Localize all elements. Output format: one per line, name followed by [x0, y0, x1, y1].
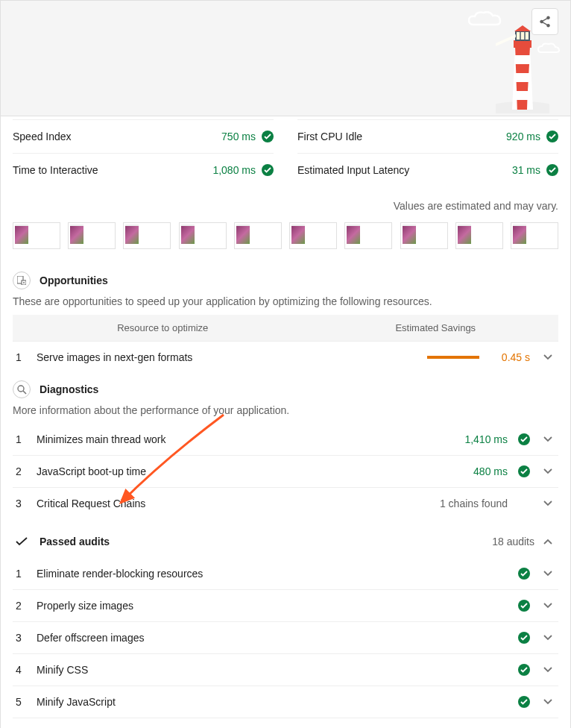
- passed-audit-item[interactable]: 6Defer unused CSSPotential savings of 4 …: [13, 718, 558, 728]
- chevron-down-icon[interactable]: [540, 662, 555, 677]
- svg-line-17: [23, 391, 26, 394]
- audit-label: Critical Request Chains: [37, 498, 429, 509]
- metric-input-latency: Estimated Input Latency 31 ms: [297, 153, 558, 186]
- audit-label: JavaScript boot-up time: [37, 465, 463, 477]
- pass-icon: [518, 568, 530, 580]
- savings-bar: [427, 356, 479, 359]
- opportunities-icon: [13, 272, 31, 289]
- passed-audit-item[interactable]: 2Properly size images: [13, 589, 558, 621]
- diagnostic-item[interactable]: 2JavaScript boot-up time480 ms: [13, 455, 558, 487]
- passed-audit-item[interactable]: 3Defer offscreen images: [13, 621, 558, 653]
- pass-icon: [518, 632, 530, 644]
- metric-label: Speed Index: [13, 131, 72, 142]
- diagnostics-header: Diagnostics: [13, 373, 558, 404]
- section-title: Passed audits: [40, 536, 110, 547]
- svg-marker-11: [496, 34, 516, 46]
- audit-number: 5: [16, 696, 26, 708]
- audit-label: Defer offscreen images: [37, 632, 497, 644]
- audit-value: 1,410 ms: [464, 433, 508, 445]
- audit-number: 2: [16, 465, 26, 477]
- metric-value: 31 ms: [512, 164, 540, 176]
- opportunities-header: Opportunities: [13, 264, 558, 295]
- report-header: [0, 0, 571, 116]
- audit-number: 1: [16, 351, 26, 363]
- audit-number: 3: [16, 498, 26, 509]
- pass-icon: [546, 164, 558, 176]
- svg-marker-4: [517, 82, 529, 91]
- audit-number: 4: [16, 664, 26, 676]
- passed-audit-item[interactable]: 1Eliminate render-blocking resources: [13, 558, 558, 589]
- chevron-down-icon[interactable]: [540, 694, 555, 709]
- section-title: Opportunities: [40, 274, 108, 286]
- audit-label: Serve images in next-gen formats: [37, 351, 417, 363]
- filmstrip-frame: [511, 222, 558, 249]
- filmstrip: [13, 218, 558, 264]
- search-icon: [13, 380, 31, 398]
- audit-label: Minify CSS: [37, 664, 497, 676]
- svg-rect-6: [514, 40, 531, 48]
- filmstrip-frame: [455, 222, 503, 249]
- check-icon: [13, 533, 31, 550]
- filmstrip-frame: [123, 222, 171, 249]
- lighthouse-illustration: [496, 24, 549, 116]
- audit-number: 3: [16, 632, 26, 644]
- audit-number: 2: [16, 600, 26, 612]
- chevron-down-icon[interactable]: [540, 464, 555, 479]
- filmstrip-frame: [13, 222, 60, 249]
- audit-label: Minify JavaScript: [37, 696, 497, 708]
- audit-value: 480 ms: [473, 465, 508, 477]
- passed-audits-header[interactable]: Passed audits 18 audits: [13, 519, 558, 558]
- svg-marker-10: [514, 25, 531, 31]
- opportunities-desc: These are opportunities to speed up your…: [13, 295, 558, 315]
- chevron-down-icon[interactable]: [540, 566, 555, 581]
- metric-value: 750 ms: [221, 131, 256, 142]
- pass-icon: [262, 164, 274, 176]
- chevron-down-icon[interactable]: [540, 432, 555, 447]
- chevron-down-icon[interactable]: [540, 350, 555, 365]
- col-savings: Estimated Savings: [313, 322, 558, 333]
- metric-label: First CPU Idle: [297, 131, 362, 142]
- audit-number: 1: [16, 568, 26, 580]
- audit-label: Eliminate render-blocking resources: [37, 568, 497, 580]
- opportunity-item[interactable]: 1 Serve images in next-gen formats 0.45 …: [13, 341, 558, 373]
- passed-audit-item[interactable]: 4Minify CSS: [13, 653, 558, 685]
- pass-icon: [518, 696, 530, 708]
- diagnostic-item[interactable]: 3Critical Request Chains1 chains found: [13, 487, 558, 519]
- filmstrip-frame: [344, 222, 392, 249]
- audit-value: 1 chains found: [440, 498, 508, 509]
- audit-label: Minimizes main thread work: [37, 433, 454, 445]
- diagnostic-item[interactable]: 1Minimizes main thread work1,410 ms: [13, 424, 558, 455]
- passed-count: 18 audits: [492, 536, 534, 547]
- pass-icon: [546, 131, 558, 142]
- audit-number: 1: [16, 433, 26, 445]
- pass-icon: [518, 600, 530, 612]
- filmstrip-frame: [68, 222, 116, 249]
- passed-audit-item[interactable]: 5Minify JavaScript: [13, 685, 558, 718]
- filmstrip-frame: [179, 222, 227, 249]
- savings-value: 0.45 s: [502, 351, 530, 363]
- pass-icon: [518, 433, 530, 445]
- section-title: Diagnostics: [40, 383, 98, 395]
- chevron-down-icon[interactable]: [540, 630, 555, 645]
- chevron-up-icon[interactable]: [540, 534, 555, 549]
- filmstrip-frame: [234, 222, 282, 249]
- pass-icon: [262, 131, 274, 142]
- metric-value: 920 ms: [506, 131, 540, 142]
- metrics-grid: Speed Index 750 ms Time to Interactive 1…: [13, 116, 558, 186]
- filmstrip-frame: [400, 222, 448, 249]
- diagnostics-desc: More information about the performance o…: [13, 404, 558, 424]
- chevron-down-icon[interactable]: [540, 598, 555, 613]
- opportunity-columns: Resource to optimize Estimated Savings: [13, 315, 558, 341]
- svg-point-16: [18, 386, 24, 392]
- filmstrip-frame: [289, 222, 337, 249]
- metric-label: Time to Interactive: [13, 164, 98, 176]
- metric-tti: Time to Interactive 1,080 ms: [13, 153, 274, 186]
- pass-icon: [518, 465, 530, 477]
- audit-label: Properly size images: [37, 600, 497, 612]
- chevron-down-icon[interactable]: [540, 496, 555, 511]
- svg-marker-3: [516, 64, 529, 73]
- pass-icon: [518, 664, 530, 676]
- metric-cpu-idle: First CPU Idle 920 ms: [297, 119, 558, 153]
- svg-rect-7: [516, 31, 529, 40]
- metric-label: Estimated Input Latency: [297, 164, 409, 176]
